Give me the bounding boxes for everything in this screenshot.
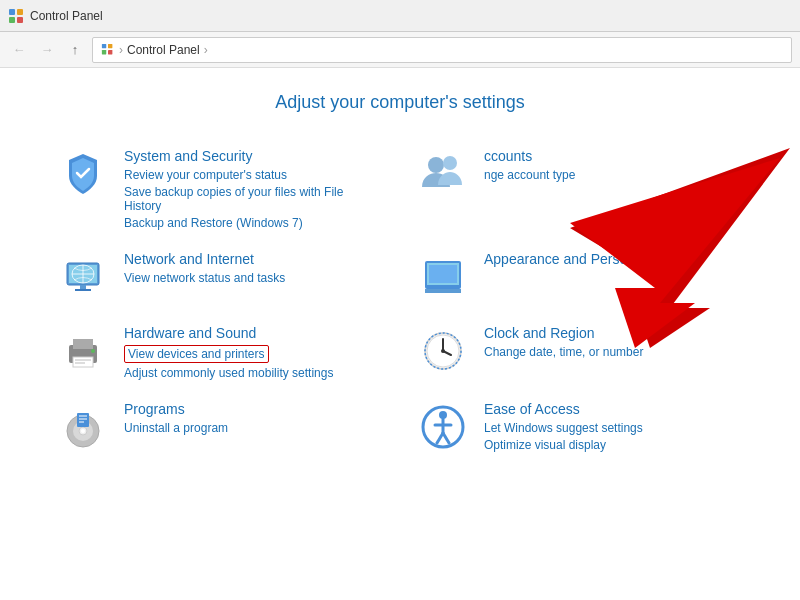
svg-rect-7	[108, 50, 112, 54]
svg-rect-3	[17, 17, 23, 23]
system-security-title[interactable]: System and Security	[124, 148, 252, 164]
svg-rect-20	[425, 289, 461, 293]
category-clock: Clock and Region Change date, time, or n…	[400, 314, 760, 390]
forward-button[interactable]: →	[36, 39, 58, 61]
breadcrumb-bar: › Control Panel ›	[92, 37, 792, 63]
category-system-security: System and Security Review your computer…	[40, 137, 400, 240]
svg-line-45	[437, 433, 443, 443]
clock-text: Clock and Region Change date, time, or n…	[484, 324, 744, 359]
svg-rect-6	[102, 50, 106, 54]
ease-access-icon	[416, 400, 470, 454]
hardware-link-1[interactable]: View devices and printers	[124, 345, 269, 363]
network-title[interactable]: Network and Internet	[124, 251, 254, 267]
breadcrumb-separator: ›	[119, 43, 123, 57]
appearance-title[interactable]: Appearance and Person	[484, 251, 635, 267]
hardware-icon	[56, 324, 110, 378]
clock-title[interactable]: Clock and Region	[484, 325, 595, 341]
breadcrumb-home-icon	[101, 43, 115, 57]
user-accounts-title[interactable]: ccounts	[484, 148, 532, 164]
navbar: ← → ↑ › Control Panel ›	[0, 32, 800, 68]
user-accounts-icon	[416, 147, 470, 201]
ease-access-title[interactable]: Ease of Access	[484, 401, 580, 417]
user-accounts-text: ccounts nge account type	[484, 147, 744, 182]
hardware-link-2[interactable]: Adjust commonly used mobility settings	[124, 366, 384, 380]
appearance-text: Appearance and Person	[484, 250, 744, 268]
titlebar-text: Control Panel	[30, 9, 103, 23]
svg-rect-5	[108, 43, 112, 47]
main-content: Adjust your computer's settings System a…	[0, 68, 800, 600]
user-accounts-link-1[interactable]: nge account type	[484, 168, 744, 182]
category-network: Network and Internet View network status…	[40, 240, 400, 314]
controlpanel-icon	[8, 8, 24, 24]
clock-icon	[416, 324, 470, 378]
programs-text: Programs Uninstall a program	[124, 400, 384, 435]
category-ease-access: Ease of Access Let Windows suggest setti…	[400, 390, 760, 464]
svg-rect-37	[77, 413, 89, 427]
category-programs: Programs Uninstall a program	[40, 390, 400, 464]
svg-line-46	[443, 433, 449, 443]
system-security-link-3[interactable]: Backup and Restore (Windows 7)	[124, 216, 384, 230]
svg-rect-16	[75, 289, 91, 291]
network-text: Network and Internet View network status…	[124, 250, 384, 285]
hardware-title[interactable]: Hardware and Sound	[124, 325, 256, 341]
ease-access-link-2[interactable]: Optimize visual display	[484, 438, 744, 452]
svg-rect-15	[80, 285, 86, 289]
svg-rect-25	[75, 362, 85, 364]
svg-rect-19	[429, 265, 457, 283]
category-appearance: Appearance and Person	[400, 240, 760, 314]
page-heading: Adjust your computer's settings	[40, 92, 760, 113]
svg-rect-24	[75, 359, 91, 361]
svg-rect-0	[9, 9, 15, 15]
svg-point-8	[428, 157, 444, 173]
svg-rect-4	[102, 43, 106, 47]
programs-link-1[interactable]: Uninstall a program	[124, 421, 384, 435]
breadcrumb-current[interactable]: Control Panel	[127, 43, 200, 57]
system-security-text: System and Security Review your computer…	[124, 147, 384, 230]
programs-title[interactable]: Programs	[124, 401, 185, 417]
network-link-1[interactable]: View network status and tasks	[124, 271, 384, 285]
programs-icon	[56, 400, 110, 454]
svg-point-31	[441, 349, 445, 353]
svg-rect-2	[9, 17, 15, 23]
appearance-icon	[416, 250, 470, 304]
categories-grid: System and Security Review your computer…	[40, 137, 760, 464]
category-user-accounts: ccounts nge account type	[400, 137, 760, 240]
back-button[interactable]: ←	[8, 39, 30, 61]
svg-point-26	[91, 349, 95, 353]
hardware-text: Hardware and Sound View devices and prin…	[124, 324, 384, 380]
category-hardware: Hardware and Sound View devices and prin…	[40, 314, 400, 390]
system-security-icon	[56, 147, 110, 201]
system-security-link-2[interactable]: Save backup copies of your files with Fi…	[124, 185, 384, 213]
svg-point-36	[81, 429, 85, 433]
svg-rect-1	[17, 9, 23, 15]
system-security-link-1[interactable]: Review your computer's status	[124, 168, 384, 182]
clock-link-1[interactable]: Change date, time, or number	[484, 345, 744, 359]
network-icon	[56, 250, 110, 304]
svg-point-9	[443, 156, 457, 170]
ease-access-link-1[interactable]: Let Windows suggest settings	[484, 421, 744, 435]
up-button[interactable]: ↑	[64, 39, 86, 61]
ease-access-text: Ease of Access Let Windows suggest setti…	[484, 400, 744, 452]
svg-rect-22	[73, 339, 93, 349]
titlebar: Control Panel	[0, 0, 800, 32]
